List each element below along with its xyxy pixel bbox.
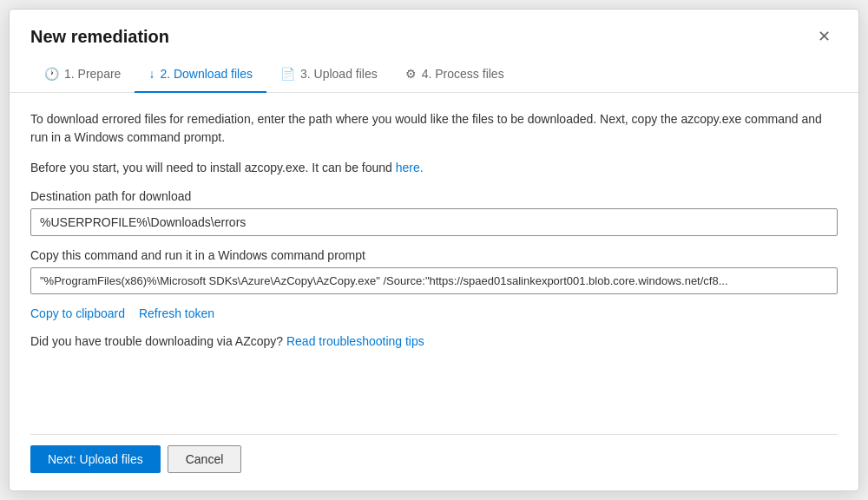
upload-icon: 📄 bbox=[280, 67, 295, 81]
new-remediation-dialog: New remediation ✕ 🕐 1. Prepare ↓ 2. Down… bbox=[9, 9, 859, 491]
troubleshoot-prefix: Did you have trouble downloading via AZc… bbox=[30, 334, 286, 348]
destination-label: Destination path for download bbox=[30, 189, 838, 203]
command-label: Copy this command and run it in a Window… bbox=[30, 248, 838, 262]
command-field-group: Copy this command and run it in a Window… bbox=[30, 248, 838, 294]
troubleshoot-link[interactable]: Read troubleshooting tips bbox=[286, 334, 424, 348]
tab-process-label: 4. Process files bbox=[422, 67, 504, 81]
tab-download[interactable]: ↓ 2. Download files bbox=[135, 60, 266, 93]
dialog-body: To download errored files for remediatio… bbox=[10, 93, 858, 434]
dialog-header: New remediation ✕ bbox=[10, 10, 858, 49]
download-icon: ↓ bbox=[148, 67, 155, 81]
tab-upload-label: 3. Upload files bbox=[300, 67, 378, 81]
description-1: To download errored files for remediatio… bbox=[30, 110, 838, 147]
command-input[interactable] bbox=[30, 267, 838, 294]
next-button[interactable]: Next: Upload files bbox=[30, 445, 161, 473]
action-links: Copy to clipboard Refresh token bbox=[30, 306, 838, 320]
here-link[interactable]: here. bbox=[396, 161, 424, 174]
tab-prepare-label: 1. Prepare bbox=[64, 67, 121, 81]
refresh-token-button[interactable]: Refresh token bbox=[139, 306, 214, 320]
copy-to-clipboard-button[interactable]: Copy to clipboard bbox=[30, 306, 125, 320]
prepare-icon: 🕐 bbox=[44, 67, 59, 81]
troubleshoot-text: Did you have trouble downloading via AZc… bbox=[30, 332, 838, 351]
tab-prepare[interactable]: 🕐 1. Prepare bbox=[30, 60, 135, 93]
tab-download-label: 2. Download files bbox=[160, 67, 253, 81]
destination-field-group: Destination path for download bbox=[30, 189, 838, 236]
close-button[interactable]: ✕ bbox=[811, 23, 838, 49]
destination-input[interactable] bbox=[30, 208, 838, 236]
tabs-container: 🕐 1. Prepare ↓ 2. Download files 📄 3. Up… bbox=[10, 49, 858, 93]
dialog-footer: Next: Upload files Cancel bbox=[10, 435, 858, 490]
description-2-text: Before you start, you will need to insta… bbox=[30, 161, 396, 174]
tab-process[interactable]: ⚙ 4. Process files bbox=[391, 60, 518, 93]
description-2: Before you start, you will need to insta… bbox=[30, 159, 838, 177]
tab-upload[interactable]: 📄 3. Upload files bbox=[266, 60, 391, 93]
process-icon: ⚙ bbox=[405, 67, 417, 81]
cancel-button[interactable]: Cancel bbox=[168, 445, 242, 473]
dialog-title: New remediation bbox=[30, 27, 169, 47]
